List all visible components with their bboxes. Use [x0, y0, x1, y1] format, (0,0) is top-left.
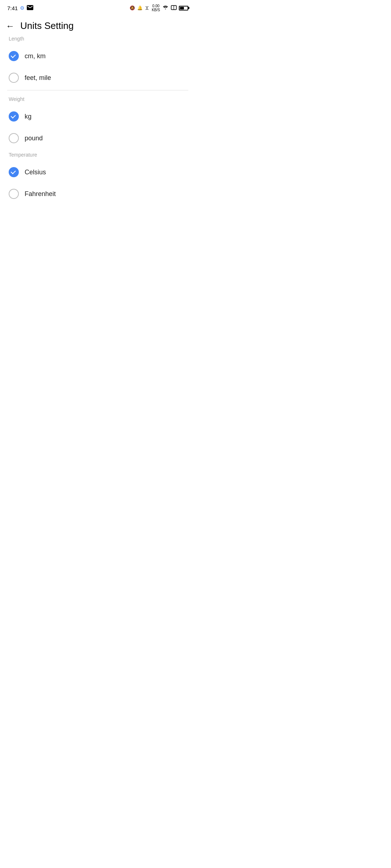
weight-label: Weight: [7, 96, 188, 102]
status-bar: 7:41 ⚙ 🔕 🔔 ⯰ 0.00KB/S: [0, 0, 196, 14]
feet-mile-radio[interactable]: [9, 73, 19, 83]
weight-section: Weight kg pound: [7, 96, 188, 149]
mail-icon: [27, 5, 33, 11]
status-time: 7:41: [7, 5, 18, 11]
pound-option[interactable]: pound: [7, 127, 188, 149]
celsius-radio[interactable]: [9, 167, 19, 177]
settings-icon: ⚙: [20, 5, 25, 11]
content: Length cm, km feet, mile Weight kg pound…: [0, 36, 196, 205]
cm-km-label: cm, km: [25, 52, 46, 60]
kg-label: kg: [25, 113, 31, 120]
temperature-section: Temperature Celsius Fahrenheit: [7, 152, 188, 205]
cm-km-radio[interactable]: [9, 51, 19, 61]
fahrenheit-option[interactable]: Fahrenheit: [7, 183, 188, 205]
feet-mile-option[interactable]: feet, mile: [7, 67, 188, 89]
network-speed: 0.00KB/S: [152, 4, 160, 12]
pound-radio[interactable]: [9, 133, 19, 143]
header: ← Units Setting: [0, 14, 196, 36]
status-bar-right: 🔕 🔔 ⯰ 0.00KB/S: [130, 4, 188, 12]
feet-mile-label: feet, mile: [25, 74, 51, 82]
celsius-label: Celsius: [25, 169, 46, 176]
page-title: Units Setting: [20, 20, 73, 31]
length-label: Length: [7, 36, 188, 42]
length-divider: [7, 90, 188, 90]
mute-icon: 🔕: [130, 5, 135, 10]
cm-km-option[interactable]: cm, km: [7, 45, 188, 67]
alarm-icon: 🔔: [137, 5, 143, 10]
kg-radio[interactable]: [9, 111, 19, 122]
length-section: Length cm, km feet, mile: [7, 36, 188, 90]
fahrenheit-radio[interactable]: [9, 189, 19, 199]
back-button[interactable]: ←: [6, 22, 14, 30]
wifi-icon: [162, 5, 169, 11]
kg-option[interactable]: kg: [7, 106, 188, 127]
pound-label: pound: [25, 135, 43, 142]
temperature-label: Temperature: [7, 152, 188, 158]
sim-icon: [171, 5, 177, 11]
battery-icon: [179, 6, 188, 10]
celsius-option[interactable]: Celsius: [7, 161, 188, 183]
bluetooth-icon: ⯰: [145, 5, 150, 11]
fahrenheit-label: Fahrenheit: [25, 190, 56, 198]
status-bar-left: 7:41 ⚙: [7, 5, 33, 11]
